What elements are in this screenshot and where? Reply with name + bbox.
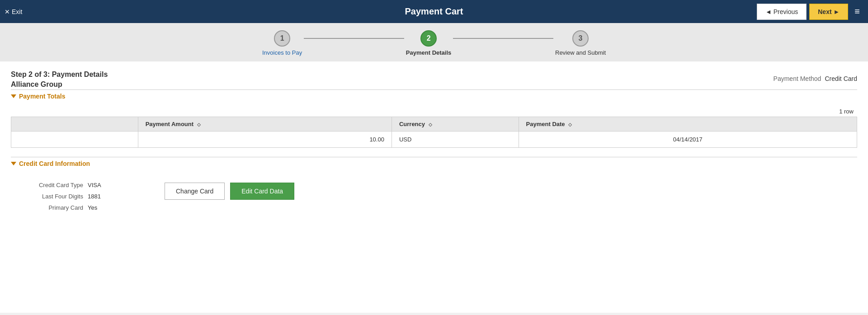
header: ✕ Exit Payment Cart ◄ Previous Next ► ≡: [0, 0, 868, 23]
next-button[interactable]: Next ►: [809, 4, 848, 20]
step-1-label[interactable]: Invoices to Pay: [262, 49, 302, 56]
stepper-container: 1 Invoices to Pay 2 Payment Details 3 Re…: [0, 23, 868, 61]
cc-collapse-icon[interactable]: [11, 162, 16, 165]
cc-info: Credit Card Type VISA Last Four Digits 1…: [11, 177, 857, 220]
step-3: 3 Review and Submit: [555, 30, 606, 56]
step-line-1: [304, 38, 404, 39]
cc-type-value: VISA: [88, 182, 101, 188]
header-nav: ◄ Previous Next ► ≡: [757, 4, 863, 20]
row-empty-cell: [11, 132, 138, 148]
step-1: 1 Invoices to Pay: [262, 30, 302, 56]
cc-primary-row: Primary Card Yes: [11, 204, 146, 211]
col-empty-header: [11, 117, 138, 132]
col-amount-header: Payment Amount ◇: [138, 117, 392, 132]
step-line-2: [453, 38, 553, 39]
table-row: 10.00 USD 04/14/2017: [11, 132, 857, 148]
payment-method-label: Payment Method: [774, 75, 821, 82]
collapse-icon[interactable]: [11, 94, 16, 98]
stepper: 1 Invoices to Pay 2 Payment Details 3 Re…: [262, 30, 606, 56]
step-2-circle: 2: [420, 30, 437, 47]
col-currency-header: Currency ◇: [392, 117, 519, 132]
cc-type-row: Credit Card Type VISA: [11, 182, 146, 188]
cc-type-label: Credit Card Type: [11, 182, 83, 188]
cc-digits-value: 1881: [88, 193, 101, 200]
cc-primary-label: Primary Card: [11, 204, 83, 211]
credit-card-header: Credit Card Information: [11, 157, 857, 170]
edit-card-button[interactable]: Edit Card Data: [230, 183, 294, 200]
row-currency: USD: [392, 132, 519, 148]
step-2-label: Payment Details: [406, 49, 451, 56]
credit-card-title: Credit Card Information: [19, 160, 90, 167]
payment-method-value: Credit Card: [825, 75, 857, 82]
row-date: 04/14/2017: [519, 132, 857, 148]
menu-button[interactable]: ≡: [851, 6, 863, 17]
payment-method-row: Payment Method Credit Card: [11, 75, 857, 82]
payment-table: Payment Amount ◇ Currency ◇ Payment Date…: [11, 117, 857, 148]
payment-totals-header: Payment Totals: [11, 89, 857, 103]
step-1-circle: 1: [274, 30, 290, 47]
cc-fields: Credit Card Type VISA Last Four Digits 1…: [11, 182, 857, 216]
cc-digits-label: Last Four Digits: [11, 193, 83, 200]
row-count: 1 row: [11, 106, 857, 117]
currency-sort-icon[interactable]: ◇: [429, 122, 432, 127]
change-card-button[interactable]: Change Card: [165, 183, 225, 200]
step-2: 2 Payment Details: [406, 30, 451, 56]
exit-icon: ✕: [5, 8, 10, 15]
row-amount: 10.00: [138, 132, 392, 148]
payment-totals-title: Payment Totals: [19, 93, 65, 100]
cc-primary-value: Yes: [88, 204, 97, 211]
date-sort-icon[interactable]: ◇: [568, 122, 572, 127]
exit-label: Exit: [12, 8, 22, 15]
cc-buttons: Change Card Edit Card Data: [165, 182, 294, 200]
step-3-circle: 3: [572, 30, 589, 47]
col-date-header: Payment Date ◇: [519, 117, 857, 132]
previous-button[interactable]: ◄ Previous: [757, 4, 807, 20]
header-title: Payment Cart: [405, 6, 463, 17]
table-header-row: Payment Amount ◇ Currency ◇ Payment Date…: [11, 117, 857, 132]
cc-digits-row: Last Four Digits 1881: [11, 193, 146, 200]
amount-sort-icon[interactable]: ◇: [197, 122, 201, 127]
main-content: Step 2 of 3: Payment Details Alliance Gr…: [0, 61, 868, 313]
exit-button[interactable]: ✕ Exit: [5, 8, 22, 15]
cc-labels: Credit Card Type VISA Last Four Digits 1…: [11, 182, 146, 216]
step-3-label: Review and Submit: [555, 49, 606, 56]
